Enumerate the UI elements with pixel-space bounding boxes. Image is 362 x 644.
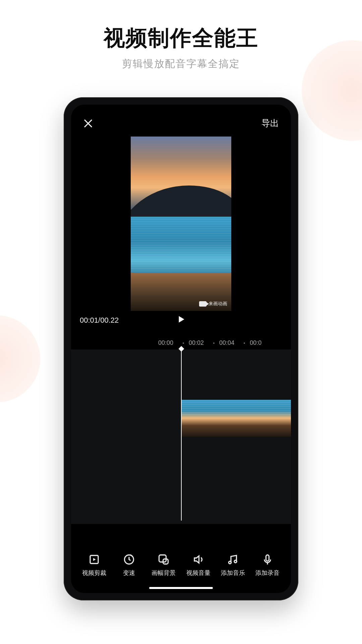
preview-sea bbox=[131, 217, 231, 279]
tool-music[interactable]: 添加音乐 bbox=[216, 553, 250, 577]
tool-label: 变速 bbox=[123, 569, 135, 577]
tool-label: 画幅背景 bbox=[152, 569, 176, 577]
speed-icon bbox=[123, 553, 135, 566]
video-clip[interactable] bbox=[182, 400, 291, 437]
clip-thumbnail bbox=[182, 400, 291, 437]
time-display: 00:01/00.22 bbox=[80, 316, 119, 325]
camera-icon bbox=[199, 301, 206, 307]
tool-volume[interactable]: 视频音量 bbox=[181, 553, 216, 577]
export-button[interactable]: 导出 bbox=[261, 117, 279, 129]
tool-label: 视频音量 bbox=[186, 569, 210, 577]
page-title: 视频制作全能王 bbox=[0, 23, 362, 53]
ruler-mark: 00:04 bbox=[219, 339, 234, 346]
preview-frame: 来画动画 bbox=[131, 137, 231, 311]
play-bar: 00:01/00.22 bbox=[71, 316, 291, 325]
svg-marker-4 bbox=[93, 558, 96, 561]
tool-label: 视频剪裁 bbox=[82, 569, 106, 577]
canvas-icon bbox=[158, 553, 170, 566]
svg-rect-10 bbox=[266, 555, 269, 561]
watermark-text: 来画动画 bbox=[208, 301, 227, 307]
tool-speed[interactable]: 变速 bbox=[112, 553, 146, 577]
svg-marker-2 bbox=[179, 316, 184, 323]
editor-top-bar: 导出 bbox=[71, 117, 291, 129]
svg-point-9 bbox=[234, 560, 237, 563]
watermark: 来画动画 bbox=[199, 301, 227, 307]
timeline-ruler: 00:00 00:02 00:04 00:0 bbox=[71, 339, 291, 346]
svg-point-8 bbox=[229, 561, 231, 564]
phone-frame: 导出 来画动画 00:01/00.22 00:00 00:02 bbox=[64, 97, 298, 600]
phone-screen: 导出 来画动画 00:01/00.22 00:00 00:02 bbox=[71, 105, 291, 593]
video-preview[interactable]: 来画动画 bbox=[71, 105, 291, 313]
volume-icon bbox=[192, 553, 204, 566]
tool-label: 添加录音 bbox=[255, 569, 280, 577]
ruler-mark: 00:00 bbox=[158, 339, 173, 346]
mic-icon bbox=[261, 553, 274, 566]
tool-crop[interactable]: 视频剪裁 bbox=[77, 553, 112, 577]
bg-decor-circle bbox=[0, 315, 40, 402]
music-icon bbox=[227, 553, 239, 566]
ruler-mark: 00:0 bbox=[250, 339, 261, 346]
play-button[interactable] bbox=[177, 315, 185, 326]
close-button[interactable] bbox=[83, 118, 93, 128]
page-subtitle: 剪辑慢放配音字幕全搞定 bbox=[0, 57, 362, 71]
tool-record[interactable]: 添加录音 bbox=[250, 553, 285, 577]
playhead[interactable] bbox=[181, 350, 182, 521]
bottom-toolbar: 视频剪裁 变速 画幅背景 视频音量 添加音乐 添加录音 bbox=[71, 553, 291, 577]
home-indicator[interactable] bbox=[149, 587, 213, 589]
ruler-mark: 00:02 bbox=[189, 339, 204, 346]
tool-label: 添加音乐 bbox=[221, 569, 245, 577]
tool-canvas[interactable]: 画幅背景 bbox=[146, 553, 181, 577]
bg-decor-circle bbox=[302, 40, 362, 141]
crop-icon bbox=[88, 553, 100, 566]
